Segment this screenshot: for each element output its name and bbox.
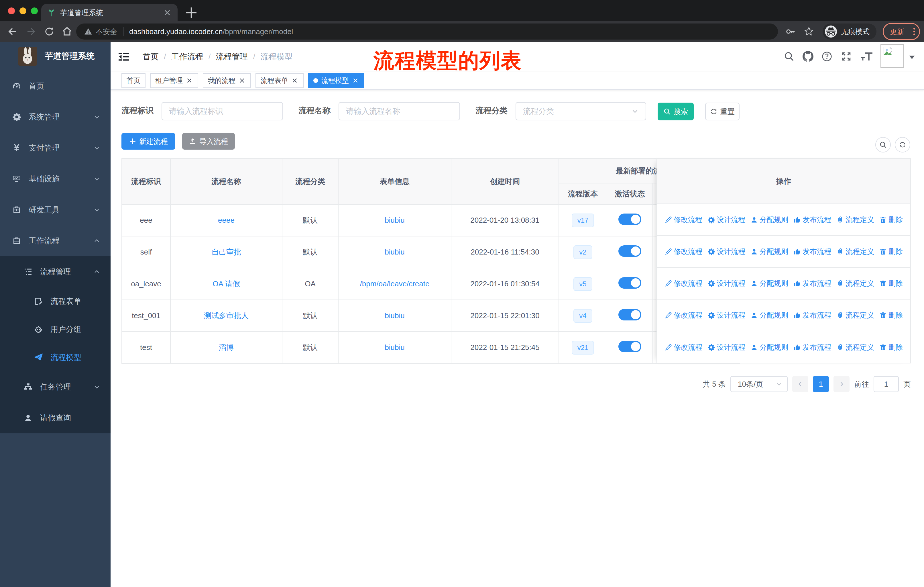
tab-tag-process-form[interactable]: 流程表单	[256, 73, 304, 88]
fullscreen-icon[interactable]	[841, 51, 852, 62]
action-design-link[interactable]: 设计流程	[708, 279, 745, 288]
forward-icon[interactable]	[25, 26, 37, 37]
tab-close-icon[interactable]	[163, 8, 172, 17]
action-definition-link[interactable]: 流程定义	[837, 215, 874, 225]
close-icon[interactable]	[238, 77, 246, 84]
header-search-icon[interactable]	[784, 51, 795, 62]
action-definition-link[interactable]: 流程定义	[837, 247, 874, 256]
page-size-select[interactable]: 10条/页	[730, 376, 788, 392]
reset-button[interactable]: 重置	[705, 103, 739, 121]
browser-menu-icon[interactable]	[913, 28, 915, 35]
toggle-search-button[interactable]	[875, 137, 891, 152]
back-icon[interactable]	[7, 26, 18, 37]
process-key-input[interactable]	[162, 102, 283, 121]
breadcrumb-item[interactable]: 工作流程	[171, 51, 203, 62]
action-modify-link[interactable]: 修改流程	[665, 342, 702, 352]
sidebar-item-infrastructure[interactable]: 基础设施	[0, 164, 111, 194]
password-key-icon[interactable]	[785, 26, 796, 37]
action-modify-link[interactable]: 修改流程	[665, 311, 702, 320]
breadcrumb-item[interactable]: 首页	[143, 51, 159, 62]
process-category-select[interactable]: 流程分类	[516, 102, 646, 121]
next-page-button[interactable]	[833, 376, 850, 392]
active-toggle[interactable]	[619, 277, 641, 289]
search-button[interactable]: 搜索	[658, 103, 694, 121]
sidebar-item-dev-tools[interactable]: 研发工具	[0, 194, 111, 225]
action-modify-link[interactable]: 修改流程	[665, 215, 702, 225]
reload-icon[interactable]	[43, 26, 55, 37]
sidebar-item-user-group[interactable]: 用户分组	[0, 315, 111, 343]
browser-update-button[interactable]: 更新	[883, 23, 920, 40]
action-definition-link[interactable]: 流程定义	[837, 342, 874, 352]
sidebar-item-process-management[interactable]: 流程管理	[0, 256, 111, 287]
process-name-link[interactable]: 测试多审批人	[204, 311, 249, 320]
action-modify-link[interactable]: 修改流程	[665, 279, 702, 288]
active-toggle[interactable]	[619, 341, 641, 352]
font-size-icon[interactable]	[860, 51, 873, 62]
sidebar-item-task-management[interactable]: 任务管理	[0, 372, 111, 402]
action-modify-link[interactable]: 修改流程	[665, 247, 702, 256]
form-info-link[interactable]: biubiu	[384, 216, 404, 225]
form-info-link[interactable]: biubiu	[384, 343, 404, 352]
new-tab-button[interactable]	[185, 6, 198, 20]
action-design-link[interactable]: 设计流程	[708, 215, 745, 225]
action-assign-rule-link[interactable]: 分配规则	[751, 342, 788, 352]
help-icon[interactable]	[822, 51, 832, 62]
action-definition-link[interactable]: 流程定义	[837, 311, 874, 320]
action-assign-rule-link[interactable]: 分配规则	[751, 279, 788, 288]
avatar[interactable]	[881, 44, 904, 68]
active-toggle[interactable]	[619, 213, 641, 225]
action-delete-link[interactable]: 删除	[879, 247, 903, 256]
close-icon[interactable]	[186, 77, 193, 84]
action-design-link[interactable]: 设计流程	[708, 342, 745, 352]
action-design-link[interactable]: 设计流程	[708, 311, 745, 320]
sidebar-item-process-model[interactable]: 流程模型	[0, 343, 111, 372]
tab-tag-process-model[interactable]: 流程模型	[308, 73, 364, 88]
refresh-table-button[interactable]	[895, 137, 910, 152]
action-assign-rule-link[interactable]: 分配规则	[751, 215, 788, 225]
goto-page-input[interactable]	[874, 376, 899, 392]
action-publish-link[interactable]: 发布流程	[794, 342, 831, 352]
form-info-link[interactable]: biubiu	[384, 248, 404, 256]
action-delete-link[interactable]: 删除	[879, 311, 903, 320]
action-delete-link[interactable]: 删除	[879, 342, 903, 352]
browser-tab[interactable]: 芋道管理系统	[41, 4, 178, 21]
form-info-link[interactable]: biubiu	[384, 311, 404, 320]
sidebar-collapse-icon[interactable]	[118, 51, 129, 63]
action-delete-link[interactable]: 删除	[879, 215, 903, 225]
sidebar-item-workflow[interactable]: 工作流程	[0, 225, 111, 256]
tab-tag-home[interactable]: 首页	[121, 73, 145, 88]
sidebar-item-home[interactable]: 首页	[0, 71, 111, 101]
process-name-link[interactable]: eeee	[218, 216, 234, 225]
active-toggle[interactable]	[619, 309, 641, 321]
url-bar[interactable]: 不安全 dashboard.yudao.iocoder.cn /bpm/mana…	[76, 23, 778, 40]
action-publish-link[interactable]: 发布流程	[794, 311, 831, 320]
tab-tag-my-process[interactable]: 我的流程	[203, 73, 251, 88]
active-toggle[interactable]	[619, 245, 641, 257]
action-definition-link[interactable]: 流程定义	[837, 279, 874, 288]
avatar-caret-icon[interactable]	[909, 56, 915, 59]
action-assign-rule-link[interactable]: 分配规则	[751, 311, 788, 320]
close-icon[interactable]	[291, 77, 299, 84]
action-assign-rule-link[interactable]: 分配规则	[751, 247, 788, 256]
tab-tag-tenant-management[interactable]: 租户管理	[150, 73, 198, 88]
breadcrumb-item[interactable]: 流程管理	[216, 51, 248, 62]
prev-page-button[interactable]	[792, 376, 808, 392]
process-name-input[interactable]	[338, 102, 460, 121]
form-info-link[interactable]: /bpm/oa/leave/create	[360, 279, 430, 288]
action-delete-link[interactable]: 删除	[879, 279, 903, 288]
create-process-button[interactable]: 新建流程	[121, 133, 175, 150]
import-process-button[interactable]: 导入流程	[182, 133, 235, 150]
action-design-link[interactable]: 设计流程	[708, 247, 745, 256]
window-close-button[interactable]	[8, 7, 15, 14]
action-publish-link[interactable]: 发布流程	[794, 279, 831, 288]
sidebar-item-leave-query[interactable]: 请假查询	[0, 402, 111, 433]
action-publish-link[interactable]: 发布流程	[794, 215, 831, 225]
github-icon[interactable]	[803, 51, 813, 62]
sidebar-item-payment-management[interactable]: 支付管理	[0, 132, 111, 164]
process-name-link[interactable]: 自己审批	[211, 248, 241, 256]
action-publish-link[interactable]: 发布流程	[794, 247, 831, 256]
sidebar-item-system-management[interactable]: 系统管理	[0, 101, 111, 132]
home-icon[interactable]	[61, 26, 73, 37]
process-name-link[interactable]: 滔博	[219, 343, 234, 352]
window-minimize-button[interactable]	[20, 7, 26, 14]
